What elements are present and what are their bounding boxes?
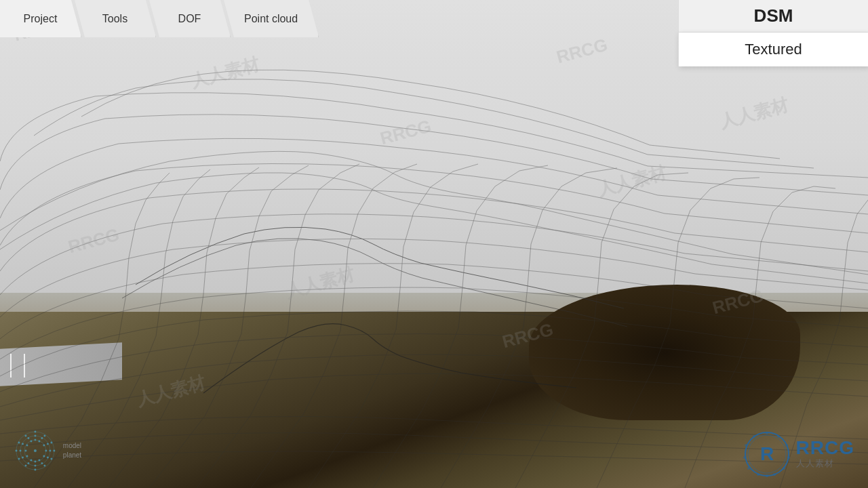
svg-point-3 bbox=[53, 449, 55, 451]
svg-point-39 bbox=[34, 449, 37, 452]
svg-point-44 bbox=[777, 435, 780, 438]
svg-point-45 bbox=[785, 444, 788, 447]
logo-left: model planet bbox=[14, 424, 102, 478]
svg-point-36 bbox=[34, 439, 36, 441]
svg-point-8 bbox=[18, 458, 20, 460]
svg-point-20 bbox=[22, 456, 24, 458]
svg-point-16 bbox=[47, 456, 49, 458]
tab-tools[interactable]: Tools bbox=[75, 0, 156, 37]
svg-point-14 bbox=[50, 441, 52, 443]
svg-point-47 bbox=[783, 467, 785, 470]
svg-point-34 bbox=[26, 444, 28, 446]
rrcg-logo: R RRCG 人人素材 bbox=[743, 430, 854, 478]
svg-point-26 bbox=[47, 443, 49, 445]
svg-point-28 bbox=[43, 455, 45, 457]
svg-point-30 bbox=[34, 460, 36, 462]
svg-point-49 bbox=[766, 474, 768, 477]
svg-text:R: R bbox=[760, 443, 773, 464]
svg-point-33 bbox=[24, 449, 26, 451]
svg-point-52 bbox=[743, 456, 746, 459]
svg-point-6 bbox=[34, 468, 36, 470]
main-viewport: RRCG 人人素材 RRCG 人人素材 RRCG 人人素材 RRCG RRCG … bbox=[0, 0, 868, 488]
tab-pointcloud-label: Point cloud bbox=[244, 13, 298, 25]
rrcg-sub-text: 人人素材 bbox=[796, 458, 834, 470]
svg-point-11 bbox=[24, 434, 26, 436]
rrcg-main-text: RRCG bbox=[796, 439, 854, 458]
svg-point-9 bbox=[15, 449, 17, 451]
tab-pointcloud[interactable]: Point cloud bbox=[224, 0, 319, 37]
wireframe-terrain bbox=[0, 0, 868, 488]
svg-point-43 bbox=[766, 432, 768, 434]
svg-point-27 bbox=[45, 449, 47, 451]
svg-point-53 bbox=[745, 444, 747, 447]
svg-point-7 bbox=[24, 464, 26, 466]
tab-tools-label: Tools bbox=[102, 13, 127, 25]
svg-point-54 bbox=[753, 435, 755, 438]
svg-point-15 bbox=[49, 449, 51, 451]
svg-point-32 bbox=[26, 455, 28, 457]
logo-name: model planet bbox=[63, 442, 81, 459]
svg-point-38 bbox=[43, 444, 45, 446]
svg-point-18 bbox=[34, 464, 36, 466]
dsm-title: DSM bbox=[678, 0, 868, 33]
dsm-panel: DSM Textured bbox=[678, 0, 868, 66]
svg-point-4 bbox=[50, 458, 52, 460]
rrcg-icon: R bbox=[743, 430, 791, 478]
svg-point-48 bbox=[773, 473, 776, 476]
svg-point-10 bbox=[18, 441, 20, 443]
svg-point-51 bbox=[747, 467, 750, 470]
svg-point-12 bbox=[34, 430, 36, 432]
dsm-textured-label: Textured bbox=[745, 41, 802, 58]
tab-dof-label: DOF bbox=[178, 13, 201, 25]
svg-point-29 bbox=[38, 459, 40, 461]
tab-dof[interactable]: DOF bbox=[149, 0, 231, 37]
svg-point-37 bbox=[38, 440, 40, 442]
svg-point-35 bbox=[30, 440, 32, 442]
svg-point-13 bbox=[43, 434, 45, 436]
svg-point-17 bbox=[41, 462, 43, 464]
svg-point-50 bbox=[757, 473, 760, 476]
tab-project-label: Project bbox=[24, 13, 58, 25]
svg-point-21 bbox=[19, 449, 21, 451]
svg-point-19 bbox=[27, 462, 29, 464]
rrcg-text-group: RRCG 人人素材 bbox=[796, 439, 854, 470]
svg-point-46 bbox=[787, 456, 790, 459]
model-planet-icon bbox=[14, 429, 58, 473]
svg-point-22 bbox=[22, 443, 24, 445]
svg-point-25 bbox=[41, 437, 43, 439]
svg-point-24 bbox=[34, 434, 36, 436]
svg-point-31 bbox=[30, 459, 32, 461]
model-planet-text: model planet bbox=[63, 441, 102, 460]
dsm-title-text: DSM bbox=[754, 5, 793, 26]
svg-point-23 bbox=[27, 437, 29, 439]
svg-point-5 bbox=[43, 464, 45, 466]
tab-project[interactable]: Project bbox=[0, 0, 81, 37]
dsm-textured-button[interactable]: Textured bbox=[678, 33, 868, 66]
